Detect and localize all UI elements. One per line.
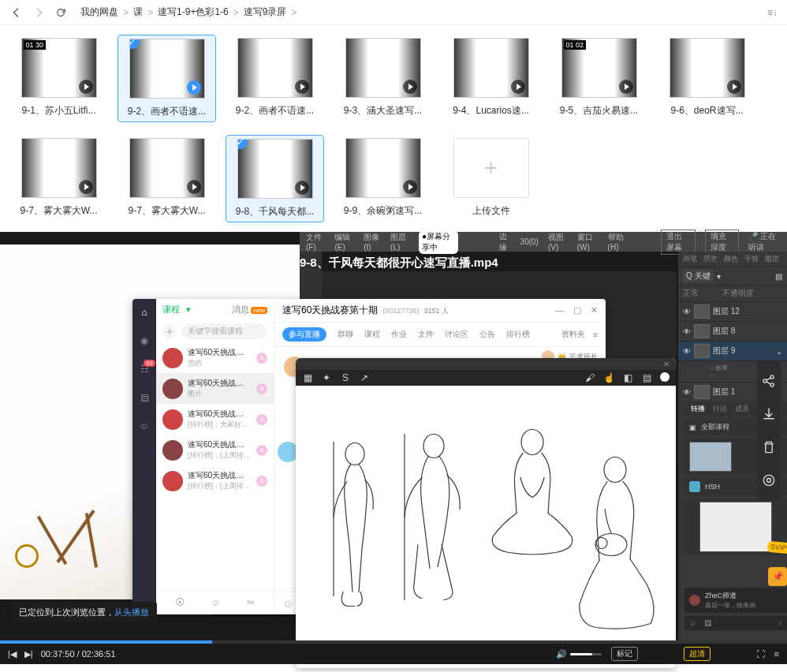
file-name: 9-7、雾大雾大W... bbox=[128, 204, 205, 218]
chat-tab-live[interactable]: 参与直播 bbox=[282, 327, 326, 342]
file-item[interactable]: ✓9-8、千风每天都... bbox=[226, 135, 324, 222]
breadcrumb-item[interactable]: 速写1-9+色彩1-6 bbox=[158, 6, 229, 19]
playlist-icon[interactable]: ≡ bbox=[774, 649, 779, 659]
emoji-icon[interactable]: ☺ bbox=[282, 597, 293, 610]
file-item[interactable]: 01 309-1、苏小五Litfi... bbox=[9, 35, 108, 122]
breadcrumb-item[interactable]: 课 bbox=[133, 6, 143, 19]
breadcrumb-item[interactable]: 速写9录屏 bbox=[244, 6, 287, 19]
file-item[interactable]: 9-3、涵大圣速写... bbox=[334, 35, 432, 122]
chat-tab[interactable]: 课程 bbox=[364, 329, 380, 340]
mark-button[interactable]: 标记 bbox=[611, 647, 638, 661]
avatar bbox=[162, 440, 183, 461]
chat-tab-files[interactable]: 资料夹 bbox=[561, 329, 585, 340]
smudge-icon[interactable]: ☝ bbox=[603, 372, 614, 383]
rtab[interactable]: 转播 bbox=[691, 404, 705, 414]
play-icon[interactable]: ▶| bbox=[24, 649, 33, 659]
brush-icon[interactable]: 🖌 bbox=[584, 372, 595, 383]
search-input[interactable]: 关键字搜索课程 bbox=[181, 323, 267, 339]
discover-icon[interactable]: ◉ bbox=[137, 334, 151, 348]
delete-icon[interactable] bbox=[760, 439, 778, 456]
chat-tab-course[interactable]: 课程 bbox=[162, 304, 180, 315]
forward-button[interactable] bbox=[32, 6, 46, 20]
play-icon[interactable] bbox=[619, 80, 633, 94]
chat-list-item[interactable]: 速写60天挑战赛第...您的S bbox=[156, 342, 274, 373]
breadcrumb-sep: > bbox=[291, 7, 297, 18]
rtab[interactable]: 讨论 bbox=[713, 404, 727, 414]
play-icon[interactable] bbox=[403, 180, 417, 194]
volume-icon[interactable]: 🔊 bbox=[556, 649, 567, 659]
settings-icon[interactable] bbox=[760, 472, 778, 489]
play-icon[interactable] bbox=[187, 80, 201, 95]
file-name: 9-4、Lucarios速... bbox=[453, 104, 529, 118]
eraser-icon[interactable]: ◧ bbox=[622, 372, 633, 383]
chat-list-item[interactable]: 速写60天挑战赛第...[排行榜]：[上周排行榜] 新群...S bbox=[156, 435, 274, 465]
file-item[interactable]: 9-4、Lucarios速... bbox=[442, 35, 540, 122]
schedule-icon[interactable]: ▤ bbox=[137, 390, 151, 405]
chat-list-item[interactable]: 速写60天挑战赛第...[排行榜]：大家好...S bbox=[156, 404, 274, 435]
file-thumbnail bbox=[453, 38, 529, 98]
download-icon[interactable] bbox=[760, 405, 778, 423]
emoji-icon[interactable]: ☺ bbox=[211, 597, 220, 608]
chat-tab[interactable]: 排行榜 bbox=[506, 329, 530, 340]
select-icon[interactable]: S bbox=[340, 372, 351, 383]
file-item[interactable]: ✓9-2、画者不语速... bbox=[117, 35, 216, 122]
quality-button[interactable]: 超清 bbox=[684, 647, 711, 661]
stats-icon[interactable]: ⦿ bbox=[175, 597, 185, 608]
minimize-icon[interactable]: — bbox=[555, 305, 564, 315]
close-icon[interactable]: ✕ bbox=[591, 305, 598, 315]
refresh-button[interactable] bbox=[54, 6, 68, 20]
file-item[interactable]: 01 029-5、吉茄火易速... bbox=[550, 35, 648, 122]
file-item[interactable]: 9-6、deoR速写... bbox=[658, 35, 756, 122]
play-icon[interactable] bbox=[187, 180, 201, 194]
chat-list-item[interactable]: 速写60天挑战赛第...[排行榜]：[上周排行榜] 新群...S bbox=[156, 465, 274, 496]
chat-item-badge: S bbox=[256, 414, 267, 425]
fullscreen-icon[interactable]: ⛶ bbox=[756, 649, 765, 659]
course-icon[interactable]: ☷92 bbox=[137, 362, 151, 376]
chat-tab[interactable]: 文件 bbox=[418, 329, 434, 340]
duration-badge: 01 30 bbox=[24, 40, 47, 50]
add-icon[interactable]: + bbox=[162, 324, 177, 338]
chat-list-item[interactable]: 速写60天挑战赛第十期图片S bbox=[156, 373, 274, 404]
close-icon[interactable]: ✕ bbox=[663, 360, 670, 368]
chat-item-badge: S bbox=[256, 383, 267, 394]
adjust-icon[interactable]: ✦ bbox=[321, 372, 332, 383]
scissors-icon[interactable]: ✂ bbox=[247, 597, 255, 608]
play-icon[interactable] bbox=[403, 80, 417, 94]
pin-icon[interactable]: 📌 bbox=[768, 567, 787, 586]
me-icon[interactable]: ☺ bbox=[137, 419, 151, 433]
home-icon[interactable]: ⌂ bbox=[137, 305, 151, 319]
move-icon[interactable]: ↗ bbox=[359, 372, 370, 383]
chat-tab[interactable]: 群聊 bbox=[338, 329, 353, 340]
chat-tab[interactable]: 公告 bbox=[479, 329, 495, 340]
layers-icon[interactable]: ▤ bbox=[641, 372, 652, 383]
file-item[interactable]: 9-9、余碗粥速写... bbox=[334, 135, 432, 222]
rtab[interactable]: 成员 bbox=[735, 404, 749, 414]
maximize-icon[interactable]: ▢ bbox=[573, 305, 581, 315]
breadcrumb-item[interactable]: 我的网盘 bbox=[80, 6, 118, 19]
file-item[interactable]: 9-7、雾大雾大W... bbox=[9, 135, 108, 222]
play-icon[interactable] bbox=[79, 180, 93, 194]
share-icon[interactable] bbox=[760, 372, 778, 390]
play-icon[interactable] bbox=[295, 181, 309, 195]
prev-icon[interactable]: |◀ bbox=[8, 649, 17, 659]
back-button[interactable] bbox=[9, 6, 24, 20]
file-item[interactable]: 9-2、画者不语速... bbox=[226, 35, 324, 122]
gallery-icon[interactable]: ▦ bbox=[302, 372, 313, 383]
play-icon[interactable] bbox=[295, 80, 309, 94]
volume-slider[interactable] bbox=[570, 653, 602, 655]
color-icon[interactable] bbox=[660, 372, 670, 382]
volume-control[interactable]: 🔊 bbox=[556, 649, 602, 659]
chat-tab-message[interactable]: 消息new bbox=[232, 304, 267, 315]
play-from-start-link[interactable]: 从头播放 bbox=[114, 607, 149, 617]
upload-button[interactable]: +上传文件 bbox=[442, 135, 540, 222]
drawing-panel: ✕ ▦ ✦ S ↗ 🖌 ☝ ◧ ▤ bbox=[296, 358, 676, 668]
file-item[interactable]: 9-7、雾大雾大W... bbox=[117, 135, 216, 222]
play-icon[interactable] bbox=[511, 80, 525, 94]
chat-tab[interactable]: 讨论区 bbox=[445, 329, 468, 340]
play-icon[interactable] bbox=[727, 80, 741, 94]
svg-point-4 bbox=[521, 430, 543, 455]
sort-icon[interactable]: ≡↓ bbox=[767, 7, 778, 18]
svg-point-9 bbox=[770, 375, 774, 379]
play-icon[interactable] bbox=[79, 80, 93, 94]
chat-tab[interactable]: 作业 bbox=[391, 329, 407, 340]
